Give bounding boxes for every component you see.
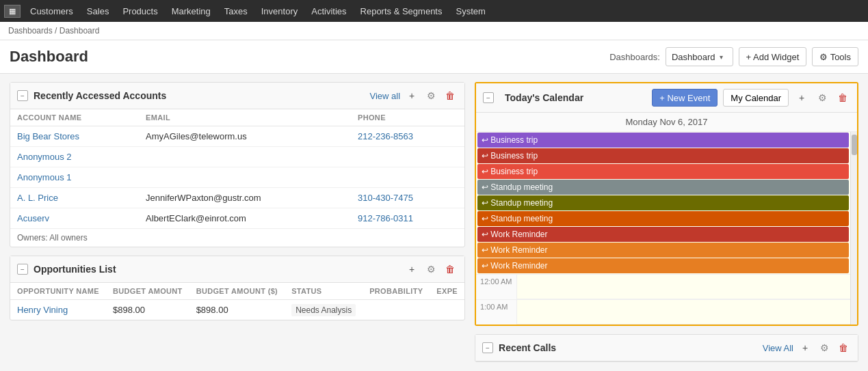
accounts-table: ACCOUNT NAME EMAIL PHONE Big Bear Stores… bbox=[10, 109, 464, 228]
account-name-link[interactable]: Big Bear Stores bbox=[17, 131, 79, 141]
account-name-link[interactable]: Acuserv bbox=[17, 213, 49, 223]
recently-accessed-header: − Recently Accessed Accounts View all + … bbox=[10, 83, 464, 109]
account-name-cell: Anonymous 1 bbox=[10, 167, 139, 188]
account-row: Big Bear Stores AmyAGiles@teleworm.us 21… bbox=[10, 126, 464, 147]
nav-logo[interactable]: ▦ bbox=[4, 5, 21, 18]
left-column: − Recently Accessed Accounts View all + … bbox=[10, 82, 465, 362]
col-email: EMAIL bbox=[139, 109, 351, 126]
calendar-event[interactable]: ↩ Standup meeting bbox=[477, 195, 849, 210]
right-column: − Today's Calendar + New Event My Calend… bbox=[475, 82, 858, 362]
nav-activities[interactable]: Activities bbox=[304, 0, 353, 22]
add-call-button[interactable]: + bbox=[798, 340, 813, 355]
col-expe: EXPE bbox=[430, 283, 464, 300]
col-probability: PROBABILITY bbox=[363, 283, 430, 300]
view-all-accounts-link[interactable]: View all bbox=[369, 91, 400, 101]
col-account-name: ACCOUNT NAME bbox=[10, 109, 139, 126]
calendar-title: Today's Calendar bbox=[505, 92, 646, 103]
account-name-cell: Anonymous 2 bbox=[10, 147, 139, 167]
opportunity-row: Henry Vining $898.00 $898.00 Needs Analy… bbox=[10, 300, 464, 320]
opp-expe-cell bbox=[430, 300, 464, 320]
new-event-button[interactable]: + New Event bbox=[652, 89, 718, 107]
calendar-event[interactable]: ↩ Work Reminder bbox=[477, 258, 849, 273]
nav-system[interactable]: System bbox=[449, 0, 492, 22]
calendar-event[interactable]: ↩ Business trip bbox=[477, 164, 849, 179]
calendar-event[interactable]: ↩ Work Reminder bbox=[477, 227, 849, 242]
account-email-cell: AmyAGiles@teleworm.us bbox=[139, 126, 351, 147]
nav-products[interactable]: Products bbox=[116, 0, 164, 22]
calls-settings-button[interactable]: ⚙ bbox=[817, 340, 832, 355]
recent-calls-actions: View All + ⚙ 🗑 bbox=[763, 340, 851, 355]
nav-inventory[interactable]: Inventory bbox=[254, 0, 304, 22]
calendar-event[interactable]: ↩ Standup meeting bbox=[477, 211, 849, 226]
calendar-event[interactable]: ↩ Business trip bbox=[477, 133, 849, 148]
page-title: Dashboard bbox=[10, 48, 88, 66]
opportunities-settings-button[interactable]: ⚙ bbox=[423, 262, 438, 277]
my-calendar-button[interactable]: My Calendar bbox=[723, 89, 789, 107]
calendar-event[interactable]: ↩ Work Reminder bbox=[477, 243, 849, 258]
account-email-cell: AlbertEClark@einrot.com bbox=[139, 208, 351, 229]
opportunities-title: Opportunities List bbox=[34, 264, 404, 275]
calendar-settings-button[interactable]: ⚙ bbox=[815, 90, 830, 105]
nav-taxes[interactable]: Taxes bbox=[218, 0, 254, 22]
events-list: ↩ Business trip↩ Business trip↩ Business… bbox=[476, 133, 850, 273]
account-row: Anonymous 2 bbox=[10, 147, 464, 167]
time-slot-12am: 12:00 AM bbox=[476, 274, 850, 299]
collapse-recent-calls[interactable]: − bbox=[482, 342, 493, 353]
collapse-opportunities[interactable]: − bbox=[17, 264, 28, 275]
view-all-calls-link[interactable]: View All bbox=[763, 343, 793, 353]
add-widget-button[interactable]: + Add Widget bbox=[739, 47, 807, 66]
add-calendar-button[interactable]: + bbox=[794, 90, 809, 105]
recent-calls-header: − Recent Calls View All + ⚙ 🗑 bbox=[475, 335, 858, 361]
account-row: A. L. Price JenniferWPaxton@gustr.com 31… bbox=[10, 188, 464, 208]
tools-button[interactable]: ⚙ Tools bbox=[812, 47, 858, 66]
opp-name-cell: Henry Vining bbox=[10, 300, 106, 320]
calendar-event[interactable]: ↩ Business trip bbox=[477, 148, 849, 163]
calendar-date: Monday Nov 6, 2017 bbox=[476, 113, 857, 132]
remove-calendar-widget-button[interactable]: 🗑 bbox=[835, 90, 850, 105]
time-slot-area-1am[interactable] bbox=[517, 300, 850, 325]
opp-probability-cell bbox=[363, 300, 430, 320]
calendar-event[interactable]: ↩ Standup meeting bbox=[477, 180, 849, 195]
time-label-1am: 1:00 AM bbox=[476, 300, 517, 325]
add-opportunity-button[interactable]: + bbox=[404, 262, 419, 277]
collapse-recently-accessed[interactable]: − bbox=[17, 90, 28, 101]
account-phone-cell bbox=[351, 147, 464, 167]
account-email-cell: JenniferWPaxton@gustr.com bbox=[139, 188, 351, 208]
breadcrumb-dashboards[interactable]: Dashboards bbox=[8, 26, 53, 36]
breadcrumb-current: Dashboard bbox=[60, 26, 100, 36]
account-phone-cell: 310-430-7475 bbox=[351, 188, 464, 208]
nav-sales[interactable]: Sales bbox=[80, 0, 116, 22]
header-actions: Dashboards: Dashboard ▾ + Add Widget ⚙ T… bbox=[609, 47, 858, 66]
recent-calls-title: Recent Calls bbox=[499, 342, 763, 353]
opp-name-link[interactable]: Henry Vining bbox=[17, 305, 68, 315]
account-name-link[interactable]: A. L. Price bbox=[17, 193, 58, 203]
recently-accessed-widget: − Recently Accessed Accounts View all + … bbox=[10, 82, 465, 247]
opportunities-table: OPPORTUNITY NAME BUDGET AMOUNT BUDGET AM… bbox=[10, 283, 464, 320]
col-status: STATUS bbox=[285, 283, 363, 300]
calendar-scrollbar[interactable] bbox=[850, 132, 857, 325]
opp-budget-usd-cell: $898.00 bbox=[189, 300, 285, 320]
account-name-link[interactable]: Anonymous 1 bbox=[17, 172, 72, 182]
add-account-button[interactable]: + bbox=[404, 88, 419, 103]
time-slot-area-12am[interactable] bbox=[517, 275, 850, 299]
account-phone-cell: 912-786-0311 bbox=[351, 208, 464, 229]
col-opp-name: OPPORTUNITY NAME bbox=[10, 283, 106, 300]
opp-status-cell: Needs Analysis bbox=[285, 300, 363, 320]
collapse-calendar[interactable]: − bbox=[483, 92, 494, 103]
remove-accounts-widget-button[interactable]: 🗑 bbox=[443, 88, 458, 103]
nav-marketing[interactable]: Marketing bbox=[165, 0, 218, 22]
time-label-12am: 12:00 AM bbox=[476, 275, 517, 299]
accounts-settings-button[interactable]: ⚙ bbox=[423, 88, 438, 103]
account-name-link[interactable]: Anonymous 2 bbox=[17, 152, 72, 162]
calendar-events-area: ↩ Business trip↩ Business trip↩ Business… bbox=[476, 132, 850, 325]
nav-customers[interactable]: Customers bbox=[23, 0, 80, 22]
account-phone-cell: 212-236-8563 bbox=[351, 126, 464, 147]
remove-opportunities-widget-button[interactable]: 🗑 bbox=[443, 262, 458, 277]
recently-accessed-title: Recently Accessed Accounts bbox=[34, 90, 369, 101]
account-email-cell bbox=[139, 147, 351, 167]
scrollbar-thumb[interactable] bbox=[852, 135, 857, 155]
calendar-header: − Today's Calendar + New Event My Calend… bbox=[476, 83, 857, 113]
dashboard-selector[interactable]: Dashboard ▾ bbox=[666, 47, 733, 66]
remove-calls-widget-button[interactable]: 🗑 bbox=[836, 340, 851, 355]
nav-reports[interactable]: Reports & Segments bbox=[354, 0, 449, 22]
